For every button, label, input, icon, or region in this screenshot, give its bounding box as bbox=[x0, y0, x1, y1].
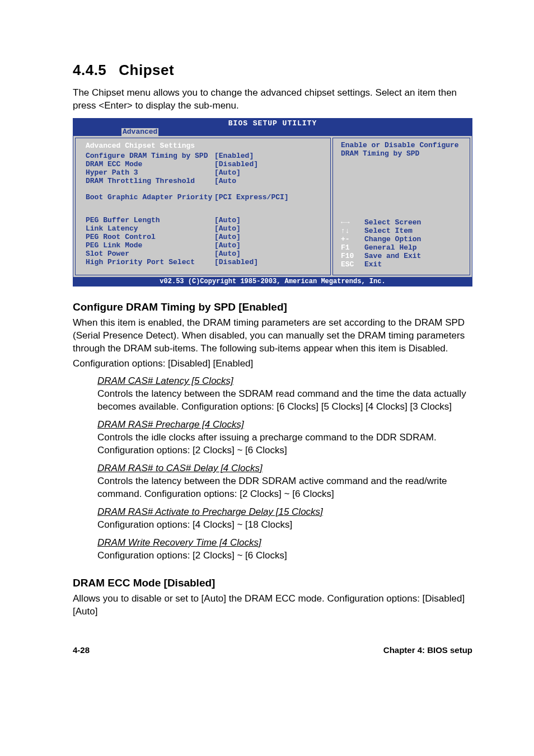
bios-setting-value: [Auto] bbox=[214, 217, 241, 225]
bios-setting-value: [Disabled] bbox=[214, 259, 258, 267]
section-number: 4.4.5 bbox=[73, 62, 106, 78]
bios-setting-label: High Priority Port Select bbox=[86, 259, 214, 267]
bios-nav-row: ESCExit bbox=[341, 261, 464, 269]
bios-setting-row[interactable]: PEG Root Control[Auto] bbox=[86, 233, 324, 242]
bios-group-2: Boot Graphic Adapter Priority[PCI Expres… bbox=[86, 194, 324, 202]
sub-item-desc: Controls the latency between the DDR SDR… bbox=[97, 475, 472, 501]
bios-setting-row[interactable]: PEG Link Mode[Auto] bbox=[86, 242, 324, 250]
bios-setting-label: Hyper Path 3 bbox=[86, 169, 214, 177]
bios-nav-key: F10 bbox=[341, 252, 364, 261]
sub-items: DRAM CAS# Latency [5 Clocks]Controls the… bbox=[97, 375, 472, 562]
bios-tabs: Advanced bbox=[73, 128, 472, 136]
bios-setting-row[interactable]: Configure DRAM Timing by SPD[Enabled] bbox=[86, 152, 324, 161]
bios-nav-desc: Select Screen bbox=[364, 219, 421, 227]
bios-setting-row[interactable]: DRAM ECC Mode[Disabled] bbox=[86, 161, 324, 169]
bios-setting-value: [Auto] bbox=[214, 169, 241, 177]
option-desc-ecc: Allows you to disable or set to [Auto] t… bbox=[73, 593, 472, 618]
bios-nav-key: ←→ bbox=[341, 219, 364, 227]
bios-setting-row[interactable]: Hyper Path 3[Auto] bbox=[86, 169, 324, 177]
bios-nav-desc: Select Item bbox=[364, 227, 413, 236]
bios-nav-desc: Save and Exit bbox=[364, 252, 421, 261]
sub-item-heading: DRAM CAS# Latency [5 Clocks] bbox=[97, 375, 472, 387]
page-content: 4.4.5Chipset The Chipset menu allows you… bbox=[0, 0, 534, 683]
bios-nav-key: +- bbox=[341, 236, 364, 244]
bios-setting-label: DRAM ECC Mode bbox=[86, 161, 214, 169]
bios-subheading: Advanced Chipset Settings bbox=[86, 142, 324, 150]
page-footer: 4-28 Chapter 4: BIOS setup bbox=[73, 645, 472, 655]
bios-setting-label: PEG Link Mode bbox=[86, 242, 214, 250]
bios-setting-label: Slot Power bbox=[86, 250, 214, 259]
bios-setting-row[interactable]: Link Latency[Auto] bbox=[86, 225, 324, 233]
bios-screenshot: BIOS SETUP UTILITY Advanced Advanced Chi… bbox=[73, 118, 472, 287]
bios-group-1: Configure DRAM Timing by SPD[Enabled]DRA… bbox=[86, 152, 324, 186]
bios-nav-desc: General Help bbox=[364, 244, 417, 252]
page-number: 4-28 bbox=[73, 645, 90, 655]
bios-setting-value: [Auto] bbox=[214, 233, 241, 242]
bios-nav-desc: Exit bbox=[364, 261, 382, 269]
bios-setting-value: [Disabled] bbox=[214, 161, 258, 169]
bios-nav-row: ←→Select Screen bbox=[341, 219, 464, 227]
bios-tab-advanced[interactable]: Advanced bbox=[121, 128, 158, 136]
bios-nav-help: ←→Select Screen↑↓Select Item+-Change Opt… bbox=[341, 219, 464, 269]
sub-item-desc: Controls the idle clocks after issuing a… bbox=[97, 431, 472, 457]
section-title: Chipset bbox=[119, 62, 174, 78]
bios-left-pane: Advanced Chipset Settings Configure DRAM… bbox=[75, 138, 331, 275]
bios-setting-value: [Auto] bbox=[214, 250, 241, 259]
sub-item-desc: Configuration options: [4 Clocks] ~ [18 … bbox=[97, 519, 472, 532]
bios-nav-key: ESC bbox=[341, 261, 364, 269]
bios-setting-row[interactable]: DRAM Throttling Threshold[Auto bbox=[86, 177, 324, 186]
sub-item-heading: DRAM RAS# Precharge [4 Clocks] bbox=[97, 419, 472, 430]
bios-nav-key: F1 bbox=[341, 244, 364, 252]
bios-setting-label: DRAM Throttling Threshold bbox=[86, 177, 214, 186]
bios-title: BIOS SETUP UTILITY bbox=[73, 119, 472, 128]
bios-copyright: v02.53 (C)Copyright 1985-2003, American … bbox=[73, 277, 472, 286]
bios-setting-label: PEG Buffer Length bbox=[86, 217, 214, 225]
bios-setting-label: Configure DRAM Timing by SPD bbox=[86, 152, 214, 161]
section-heading: 4.4.5Chipset bbox=[73, 62, 472, 79]
bios-setting-label: Link Latency bbox=[86, 225, 214, 233]
bios-nav-row: ↑↓Select Item bbox=[341, 227, 464, 236]
bios-setting-value: [Auto] bbox=[214, 225, 241, 233]
sub-item-heading: DRAM Write Recovery Time [4 Clocks] bbox=[97, 537, 472, 548]
bios-setting-value: [Auto bbox=[214, 177, 236, 186]
bios-setting-row[interactable]: Boot Graphic Adapter Priority[PCI Expres… bbox=[86, 194, 324, 202]
sub-item-desc: Controls the latency between the SDRAM r… bbox=[97, 388, 472, 414]
sub-item-heading: DRAM RAS# Activate to Precharge Delay [1… bbox=[97, 506, 472, 518]
bios-body: Advanced Chipset Settings Configure DRAM… bbox=[73, 136, 472, 276]
bios-nav-row: +-Change Option bbox=[341, 236, 464, 244]
bios-nav-key: ↑↓ bbox=[341, 227, 364, 236]
bios-nav-row: F1General Help bbox=[341, 244, 464, 252]
bios-nav-desc: Change Option bbox=[364, 236, 421, 244]
bios-setting-label: Boot Graphic Adapter Priority bbox=[86, 194, 214, 202]
bios-setting-label: PEG Root Control bbox=[86, 233, 214, 242]
bios-setting-value: [Auto] bbox=[214, 242, 241, 250]
bios-setting-row[interactable]: PEG Buffer Length[Auto] bbox=[86, 217, 324, 225]
bios-setting-value: [Enabled] bbox=[214, 152, 254, 161]
chapter-label: Chapter 4: BIOS setup bbox=[383, 645, 472, 655]
bios-setting-row[interactable]: Slot Power[Auto] bbox=[86, 250, 324, 259]
sub-item-heading: DRAM RAS# to CAS# Delay [4 Clocks] bbox=[97, 463, 472, 474]
option-opts-dram-timing: Configuration options: [Disabled] [Enabl… bbox=[73, 358, 472, 370]
bios-help-text: Enable or Disable Configure DRAM Timing … bbox=[341, 142, 464, 158]
option-heading-dram-timing: Configure DRAM Timing by SPD [Enabled] bbox=[73, 301, 472, 313]
bios-group-3: PEG Buffer Length[Auto]Link Latency[Auto… bbox=[86, 217, 324, 267]
bios-setting-row[interactable]: High Priority Port Select[Disabled] bbox=[86, 259, 324, 267]
option-desc-dram-timing: When this item is enabled, the DRAM timi… bbox=[73, 317, 472, 355]
bios-nav-row: F10Save and Exit bbox=[341, 252, 464, 261]
option-heading-ecc: DRAM ECC Mode [Disabled] bbox=[73, 577, 472, 589]
bios-right-pane: Enable or Disable Configure DRAM Timing … bbox=[332, 138, 470, 275]
intro-text: The Chipset menu allows you to change th… bbox=[73, 87, 472, 112]
bios-setting-value: [PCI Express/PCI] bbox=[214, 194, 289, 202]
sub-item-desc: Configuration options: [2 Clocks] ~ [6 C… bbox=[97, 550, 472, 562]
